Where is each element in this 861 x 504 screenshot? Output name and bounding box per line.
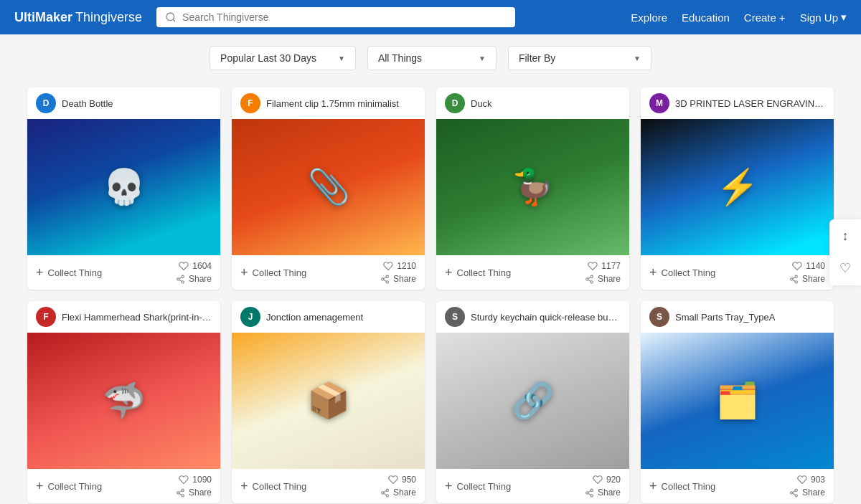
like-count: 1090	[192, 475, 212, 485]
share-icon	[789, 275, 799, 284]
card-title: Jonction amenagement	[266, 312, 363, 323]
share-row[interactable]: Share	[789, 274, 825, 284]
like-row[interactable]: 1090	[179, 475, 212, 485]
plus-collect-icon: +	[240, 480, 248, 493]
card-image[interactable]: 🦈	[27, 333, 220, 469]
collect-button[interactable]: + Collect Thing	[240, 266, 306, 279]
scroll-tool[interactable]: ↕	[834, 225, 857, 248]
svg-line-30	[384, 493, 387, 495]
svg-point-18	[791, 277, 793, 280]
collect-button[interactable]: + Collect Thing	[649, 266, 715, 279]
category-label: All Things	[378, 52, 422, 64]
share-row[interactable]: Share	[380, 274, 416, 284]
share-row[interactable]: Share	[176, 274, 212, 284]
svg-point-17	[795, 275, 797, 277]
card-image[interactable]: 🗂️	[641, 333, 834, 469]
category-chevron: ▼	[479, 54, 486, 62]
share-label: Share	[598, 488, 621, 498]
like-row[interactable]: 903	[797, 475, 825, 485]
svg-point-4	[182, 280, 184, 282]
card-footer: + Collect Thing 950 Share	[232, 469, 425, 503]
nav-education[interactable]: Education	[682, 11, 730, 24]
like-row[interactable]: 1604	[179, 261, 212, 271]
share-row[interactable]: Share	[380, 488, 416, 498]
svg-point-14	[591, 280, 593, 282]
svg-line-35	[588, 493, 591, 495]
avatar: F	[240, 93, 260, 113]
category-filter[interactable]: All Things ▼	[367, 46, 497, 70]
like-share-group: 1210 Share	[380, 261, 416, 284]
card-image[interactable]: 📎	[232, 119, 425, 255]
search-input[interactable]	[182, 11, 507, 23]
collect-button[interactable]: + Collect Thing	[445, 266, 511, 279]
plus-collect-icon: +	[36, 266, 44, 279]
card-header: F Flexi Hammerhead Shark(print-in-place)	[27, 301, 220, 333]
nav-explore[interactable]: Explore	[631, 11, 667, 24]
share-icon	[585, 275, 594, 284]
collect-button[interactable]: + Collect Thing	[649, 480, 715, 493]
card-footer: + Collect Thing 1090 Share	[27, 469, 220, 503]
filter-by[interactable]: Filter By ▼	[508, 46, 651, 70]
card-image[interactable]: ⚡	[641, 119, 834, 255]
like-share-group: 1604 Share	[176, 261, 212, 284]
card-image[interactable]: 📦	[232, 333, 425, 469]
card-item: F Filament clip 1.75mm minimalist 📎 + Co…	[232, 87, 425, 290]
sort-label: Popular Last 30 Days	[220, 52, 316, 64]
like-share-group: 920 Share	[585, 475, 621, 498]
like-row[interactable]: 950	[388, 475, 416, 485]
card-header: J Jonction amenagement	[232, 301, 425, 333]
collect-button[interactable]: + Collect Thing	[445, 480, 511, 493]
share-row[interactable]: Share	[585, 488, 621, 498]
svg-point-0	[166, 13, 174, 21]
svg-line-10	[384, 280, 387, 281]
like-count: 1210	[397, 261, 416, 271]
share-icon	[789, 488, 799, 498]
signup-label: Sign Up	[800, 11, 838, 24]
svg-line-25	[179, 493, 182, 495]
plus-collect-icon: +	[240, 266, 248, 279]
nav-create[interactable]: Create +	[744, 11, 786, 24]
card-item: S Sturdy keychain quick-release buckle 🔗…	[436, 301, 629, 503]
card-image[interactable]: 🔗	[436, 333, 629, 469]
card-image[interactable]: 🦆	[436, 119, 629, 255]
collect-button[interactable]: + Collect Thing	[36, 266, 102, 279]
sort-filter[interactable]: Popular Last 30 Days ▼	[210, 46, 356, 70]
svg-line-20	[793, 280, 796, 281]
share-row[interactable]: Share	[176, 488, 212, 498]
nav-signup[interactable]: Sign Up ▾	[800, 11, 847, 24]
search-bar[interactable]	[156, 7, 515, 27]
card-header: S Sturdy keychain quick-release buckle	[436, 301, 629, 333]
svg-point-8	[382, 277, 384, 280]
svg-point-34	[591, 494, 593, 496]
like-row[interactable]: 1140	[792, 261, 825, 271]
filters-bar: Popular Last 30 Days ▼ All Things ▼ Filt…	[0, 34, 861, 82]
heart-icon	[588, 261, 598, 271]
collect-button[interactable]: + Collect Thing	[240, 480, 306, 493]
collect-button[interactable]: + Collect Thing	[36, 480, 102, 493]
like-share-group: 1177 Share	[585, 261, 621, 284]
svg-point-29	[386, 494, 388, 496]
avatar: F	[36, 307, 56, 327]
avatar: D	[36, 93, 56, 113]
search-icon	[165, 11, 177, 23]
card-title: Death Bottle	[62, 98, 113, 109]
heart-tool[interactable]: ♡	[834, 257, 857, 280]
like-row[interactable]: 1210	[383, 261, 416, 271]
collect-label: Collect Thing	[457, 267, 512, 278]
like-row[interactable]: 920	[593, 475, 621, 485]
logo[interactable]: UltiMaker Thingiverse	[14, 10, 142, 25]
svg-line-41	[793, 490, 796, 492]
avatar: D	[445, 93, 465, 113]
share-row[interactable]: Share	[585, 274, 621, 284]
svg-point-32	[591, 489, 593, 491]
share-row[interactable]: Share	[789, 488, 825, 498]
share-icon	[380, 275, 390, 284]
card-image[interactable]: 💀	[27, 119, 220, 255]
like-share-group: 903 Share	[789, 475, 825, 498]
like-row[interactable]: 1177	[588, 261, 621, 271]
card-footer: + Collect Thing 920 Share	[436, 469, 629, 503]
avatar: J	[240, 307, 260, 327]
card-header: D Duck	[436, 87, 629, 119]
collect-label: Collect Thing	[48, 267, 103, 278]
svg-point-24	[182, 494, 184, 496]
